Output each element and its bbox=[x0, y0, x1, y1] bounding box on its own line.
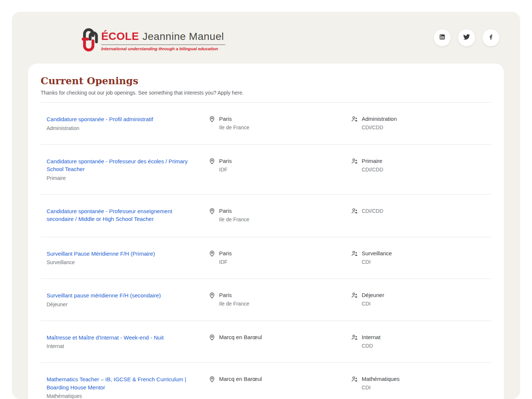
job-department: Déjeuner bbox=[47, 301, 190, 308]
job-region: Ile de France bbox=[219, 124, 249, 131]
social-buttons bbox=[433, 29, 500, 47]
location-pin-icon bbox=[208, 334, 216, 341]
people-icon bbox=[351, 207, 358, 215]
job-title-link[interactable]: Maîtresse et Maître d'Internat - Week-en… bbox=[47, 334, 164, 342]
people-icon bbox=[351, 334, 358, 341]
location-pin-icon bbox=[208, 250, 216, 257]
job-contract: CDI bbox=[362, 384, 400, 391]
job-city: Paris bbox=[219, 115, 249, 123]
job-title-link[interactable]: Surveillant Pause Méridienne F/H (Primai… bbox=[47, 250, 155, 258]
job-category: Primaire bbox=[362, 157, 383, 165]
job-city: Marcq en Barœul bbox=[219, 334, 262, 341]
job-department: Primaire bbox=[47, 174, 190, 182]
job-row: Candidature spontanée - Profil administr… bbox=[41, 102, 491, 144]
job-department: Surveillance bbox=[47, 259, 190, 266]
location-pin-icon bbox=[208, 115, 216, 123]
linkedin-button[interactable] bbox=[433, 29, 451, 47]
job-city: Paris bbox=[219, 207, 249, 215]
job-row: Surveillant pause méridienne F/H (second… bbox=[41, 279, 491, 321]
job-title-link[interactable]: Candidature spontanée - Profil administr… bbox=[47, 115, 153, 123]
page-subtitle: Thanks for checking out our job openings… bbox=[41, 90, 491, 102]
job-contract: CDI/CDD bbox=[362, 207, 383, 215]
job-category: Surveillance bbox=[362, 250, 392, 257]
job-region: IDF bbox=[219, 166, 232, 173]
job-city: Paris bbox=[219, 291, 249, 299]
job-contract: CDI bbox=[362, 258, 392, 266]
people-icon bbox=[351, 157, 358, 165]
job-row: Surveillant Pause Méridienne F/H (Primai… bbox=[41, 237, 491, 279]
linkedin-icon bbox=[439, 34, 446, 42]
school-logo: ÉCOLE Jeannine Manuel International unde… bbox=[81, 24, 225, 52]
job-category: Administration bbox=[362, 115, 397, 123]
people-icon bbox=[351, 115, 358, 123]
job-city: Paris bbox=[219, 250, 232, 257]
job-contract: CDI bbox=[362, 300, 384, 307]
job-row: Maîtresse et Maître d'Internat - Week-en… bbox=[41, 321, 491, 363]
people-icon bbox=[351, 291, 358, 299]
job-department: Internat bbox=[47, 342, 190, 350]
job-region: Ile de France bbox=[219, 300, 249, 307]
location-pin-icon bbox=[208, 375, 216, 383]
job-contract: CDD bbox=[362, 342, 381, 349]
job-title-link[interactable]: Candidature spontanée - Professeur ensei… bbox=[47, 207, 190, 223]
job-category: Internat bbox=[362, 334, 381, 341]
job-title-link[interactable]: Mathematics Teacher – IB, IGCSE & French… bbox=[47, 375, 190, 391]
job-city: Paris bbox=[219, 157, 232, 165]
job-region: IDF bbox=[219, 258, 232, 266]
logo-name-text: Jeannine Manuel bbox=[142, 31, 224, 42]
twitter-icon bbox=[463, 34, 470, 42]
job-row: Candidature spontanée - Professeur ensei… bbox=[41, 194, 491, 237]
job-category: Mathématiques bbox=[362, 375, 400, 383]
logo-tagline: International understanding through a bi… bbox=[101, 47, 225, 51]
school-logo-icon bbox=[81, 24, 99, 52]
twitter-button[interactable] bbox=[458, 29, 475, 47]
site-header: ÉCOLE Jeannine Manuel International unde… bbox=[12, 12, 520, 64]
page-title: Current Openings bbox=[41, 75, 491, 86]
job-region: Ile de France bbox=[219, 216, 249, 223]
location-pin-icon bbox=[208, 291, 216, 299]
job-list: Candidature spontanée - Profil administr… bbox=[41, 102, 491, 399]
job-row: Mathematics Teacher – IB, IGCSE & French… bbox=[41, 362, 491, 399]
location-pin-icon bbox=[208, 157, 216, 165]
job-category: Déjeuner bbox=[362, 291, 384, 299]
job-department: Mathématiques bbox=[47, 392, 190, 399]
openings-card: Current Openings Thanks for checking out… bbox=[28, 64, 504, 399]
people-icon bbox=[351, 250, 358, 257]
job-title-link[interactable]: Surveillant pause méridienne F/H (second… bbox=[47, 291, 161, 300]
job-title-link[interactable]: Candidature spontanée - Professeur des é… bbox=[47, 157, 190, 173]
logo-ecole-text: ÉCOLE bbox=[101, 30, 139, 42]
job-contract: CDI/CDD bbox=[362, 166, 383, 173]
page-panel: ÉCOLE Jeannine Manuel International unde… bbox=[12, 12, 520, 399]
job-row: Candidature spontanée - Professeur des é… bbox=[41, 144, 491, 194]
job-contract: CDI/CDD bbox=[362, 124, 397, 131]
facebook-button[interactable] bbox=[482, 29, 500, 47]
facebook-icon bbox=[488, 34, 494, 42]
people-icon bbox=[351, 375, 358, 383]
job-city: Marcq en Barœul bbox=[219, 375, 262, 383]
location-pin-icon bbox=[208, 207, 216, 215]
job-department: Administration bbox=[47, 125, 190, 132]
